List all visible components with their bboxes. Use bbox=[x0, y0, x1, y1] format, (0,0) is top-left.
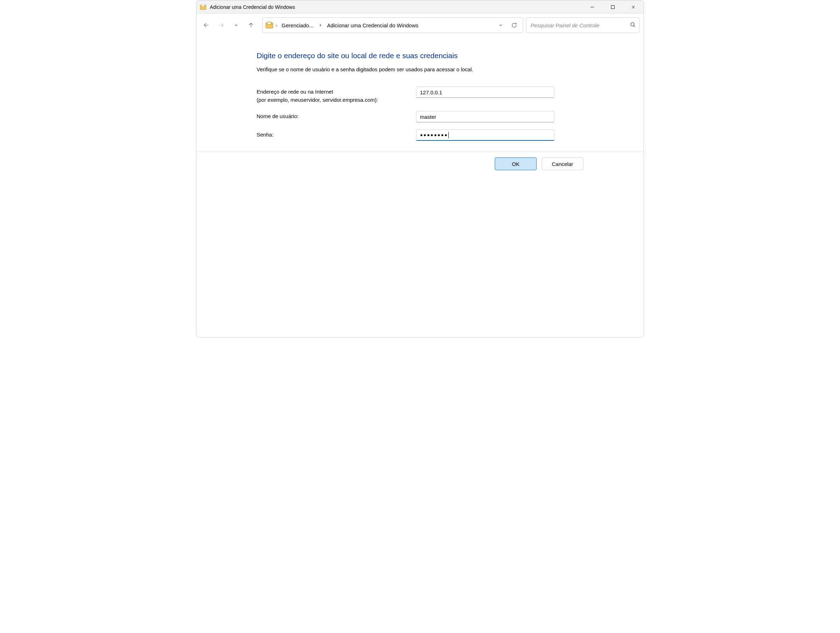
page-headline: Digite o endereço do site ou local de re… bbox=[257, 51, 630, 60]
search-input[interactable] bbox=[531, 22, 630, 28]
address-label-line1: Endereço de rede ou na Internet bbox=[257, 89, 333, 95]
back-button[interactable] bbox=[200, 19, 213, 32]
dialog-footer: OK Cancelar bbox=[196, 152, 644, 176]
address-history-button[interactable] bbox=[494, 19, 507, 32]
main-content: Digite o endereço do site ou local de re… bbox=[196, 37, 644, 152]
username-label: Nome de usuário: bbox=[257, 111, 412, 120]
password-label: Senha: bbox=[257, 130, 412, 139]
credential-form: Endereço de rede ou na Internet (por exe… bbox=[257, 87, 630, 141]
address-label: Endereço de rede ou na Internet (por exe… bbox=[257, 87, 412, 104]
breadcrumb-current-label: Adicionar uma Credencial do Windows bbox=[327, 22, 418, 28]
breadcrumb-parent-label: Gerenciado... bbox=[282, 22, 314, 28]
ok-button[interactable]: OK bbox=[495, 157, 537, 170]
page-subtext: Verifique se o nome de usuário e a senha… bbox=[257, 66, 630, 72]
window-frame: Adicionar uma Credencial do Windows bbox=[196, 0, 644, 338]
search-icon[interactable] bbox=[630, 22, 636, 29]
location-icon bbox=[265, 21, 273, 29]
breadcrumb-root-marker: « bbox=[275, 24, 278, 27]
address-input[interactable] bbox=[416, 87, 554, 98]
close-button[interactable] bbox=[623, 0, 644, 13]
svg-rect-12 bbox=[266, 24, 273, 28]
password-input[interactable]: ●●●●●●●● bbox=[416, 130, 554, 141]
svg-line-14 bbox=[634, 25, 635, 27]
minimize-button[interactable] bbox=[582, 0, 603, 13]
svg-rect-1 bbox=[201, 4, 205, 6]
address-label-hint: (por exemplo, meuservidor, servidor.empr… bbox=[257, 97, 378, 103]
recent-locations-button[interactable] bbox=[230, 19, 242, 32]
refresh-button[interactable] bbox=[508, 19, 521, 32]
app-icon bbox=[200, 4, 206, 10]
search-box[interactable] bbox=[526, 17, 639, 33]
forward-button[interactable] bbox=[215, 19, 227, 32]
maximize-button[interactable] bbox=[603, 0, 623, 13]
address-bar[interactable]: « Gerenciado... Adicionar uma Credencial… bbox=[262, 17, 523, 33]
svg-rect-2 bbox=[200, 6, 206, 9]
chevron-right-icon[interactable] bbox=[317, 23, 324, 28]
window-controls bbox=[582, 0, 644, 13]
window-title: Adicionar uma Credencial do Windows bbox=[210, 4, 295, 10]
svg-point-13 bbox=[631, 22, 635, 26]
svg-rect-11 bbox=[267, 22, 271, 24]
breadcrumb-current[interactable]: Adicionar uma Credencial do Windows bbox=[325, 21, 421, 30]
svg-rect-4 bbox=[611, 5, 614, 8]
navigation-row: « Gerenciado... Adicionar uma Credencial… bbox=[196, 14, 644, 37]
cancel-button[interactable]: Cancelar bbox=[542, 157, 583, 170]
text-caret bbox=[448, 132, 449, 138]
nav-arrows bbox=[200, 19, 259, 32]
username-input[interactable] bbox=[416, 111, 554, 122]
password-mask: ●●●●●●●● bbox=[420, 130, 448, 141]
titlebar: Adicionar uma Credencial do Windows bbox=[196, 0, 644, 14]
breadcrumb-parent[interactable]: Gerenciado... bbox=[279, 21, 316, 30]
up-button[interactable] bbox=[245, 19, 257, 32]
